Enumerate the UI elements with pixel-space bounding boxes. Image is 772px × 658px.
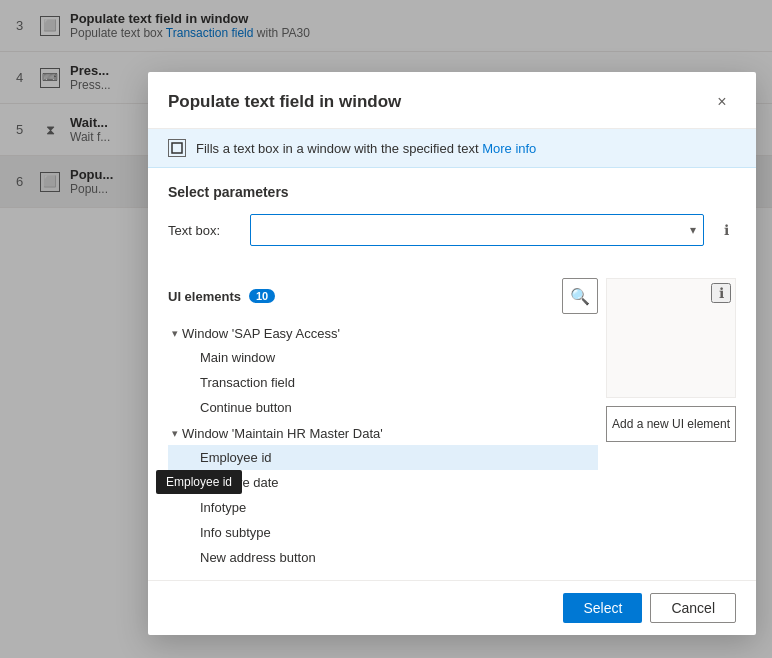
chevron-down-icon-sap: ▾ — [172, 327, 178, 340]
info-banner: Fills a text box in a window with the sp… — [148, 129, 756, 168]
textbox-select-wrapper: ▾ — [250, 214, 704, 246]
ui-elements-left-panel: UI elements 10 🔍 ▾ Window 'SAP Easy Acce… — [168, 278, 598, 572]
tree-group-sap-easy-access: ▾ Window 'SAP Easy Access' Main window T… — [168, 322, 598, 420]
info-banner-text: Fills a text box in a window with the sp… — [196, 141, 536, 156]
tree-group-label-sap: Window 'SAP Easy Access' — [182, 326, 340, 341]
ui-elements-section: UI elements 10 🔍 ▾ Window 'SAP Easy Acce… — [148, 278, 756, 580]
cancel-button[interactable]: Cancel — [650, 593, 736, 623]
modal-title: Populate text field in window — [168, 92, 401, 112]
textbox-label: Text box: — [168, 223, 238, 238]
tree-item-effective-date[interactable]: Effective date — [168, 470, 598, 495]
tree-group-maintain-hr: ▾ Window 'Maintain HR Master Data' Emplo… — [168, 422, 598, 570]
tree-item-continue-button[interactable]: Continue button — [168, 395, 598, 420]
modal-footer: Select Cancel — [148, 580, 756, 635]
search-button[interactable]: 🔍 — [562, 278, 598, 314]
tree-item-employee-id[interactable]: Employee id — [168, 445, 598, 470]
modal-close-button[interactable]: × — [708, 88, 736, 116]
tree-item-main-window[interactable]: Main window — [168, 345, 598, 370]
more-info-link[interactable]: More info — [482, 141, 536, 156]
search-icon: 🔍 — [570, 287, 590, 306]
ui-elements-count-badge: 10 — [249, 289, 275, 303]
textbox-field-row: Text box: ▾ ℹ — [168, 214, 736, 246]
tree-item-transaction-field[interactable]: Transaction field — [168, 370, 598, 395]
svg-rect-0 — [172, 143, 182, 153]
section-title: Select parameters — [168, 184, 736, 200]
ui-elements-tree: ▾ Window 'SAP Easy Access' Main window T… — [168, 322, 598, 570]
ui-elements-header: UI elements 10 🔍 — [168, 278, 598, 314]
modal-header: Populate text field in window × — [148, 72, 756, 129]
chevron-down-icon-hr: ▾ — [172, 427, 178, 440]
tree-group-label-hr: Window 'Maintain HR Master Data' — [182, 426, 383, 441]
add-new-ui-element-button[interactable]: Add a new UI element — [606, 406, 736, 442]
textbox-dropdown[interactable] — [250, 214, 704, 246]
tree-item-infotype[interactable]: Infotype — [168, 495, 598, 520]
textbox-info-icon-button[interactable]: ℹ — [716, 220, 736, 240]
modal-body: Select parameters Text box: ▾ ℹ — [148, 168, 756, 278]
checkbox-icon — [168, 139, 186, 157]
tree-group-header-hr[interactable]: ▾ Window 'Maintain HR Master Data' — [168, 422, 598, 445]
tree-group-header-sap[interactable]: ▾ Window 'SAP Easy Access' — [168, 322, 598, 345]
ui-elements-right-panel: ℹ Add a new UI element — [606, 278, 736, 442]
tree-item-new-address-button[interactable]: New address button — [168, 545, 598, 570]
tree-item-info-subtype[interactable]: Info subtype — [168, 520, 598, 545]
right-preview-panel: ℹ — [606, 278, 736, 398]
ui-elements-label: UI elements — [168, 289, 241, 304]
select-button[interactable]: Select — [563, 593, 642, 623]
right-info-icon-button[interactable]: ℹ — [711, 283, 731, 303]
modal-dialog: Populate text field in window × Fills a … — [148, 72, 756, 635]
